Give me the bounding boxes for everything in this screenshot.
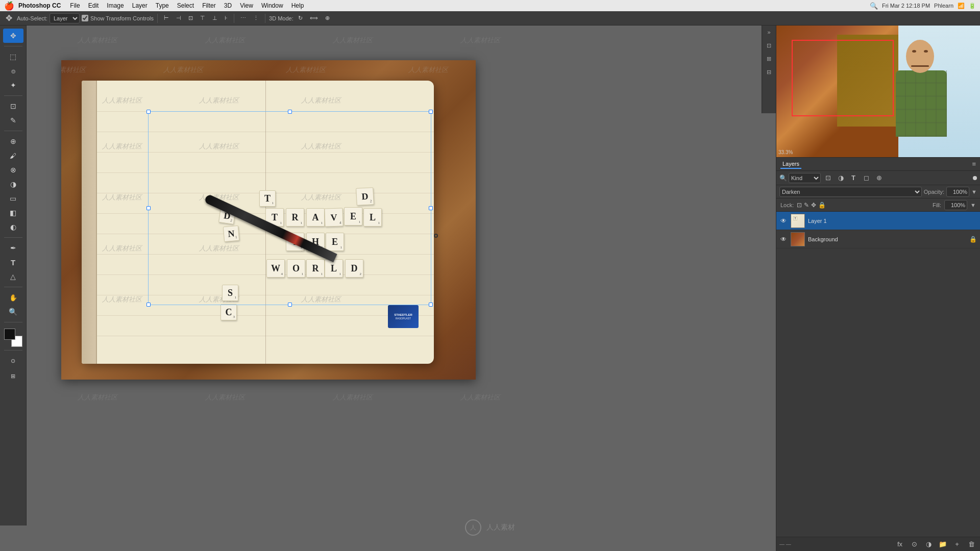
panel-icon-2[interactable]: ⊞ <box>764 53 775 64</box>
fill-arrow[interactable]: ▼ <box>970 202 976 208</box>
layer-1-name: Layer 1 <box>808 218 827 224</box>
align-left[interactable]: ⊢ <box>161 14 172 22</box>
menu-image[interactable]: Image <box>104 2 127 9</box>
tool-brush[interactable]: 🖌 <box>3 148 23 163</box>
tool-eyedropper[interactable]: ✎ <box>3 113 23 128</box>
navigator-thumbnail: 33.3% <box>776 24 980 157</box>
watermark-bottom: 人 人人素材 <box>465 519 515 536</box>
menu-layer[interactable]: Layer <box>129 2 151 9</box>
blend-mode-dropdown[interactable]: Darken Normal Multiply Screen Overlay So… <box>779 187 922 197</box>
tile-W-world: W4 <box>266 259 285 278</box>
add-adjustment-button[interactable]: ◑ <box>923 539 934 550</box>
lock-all-icon[interactable]: 🔒 <box>818 202 826 209</box>
tool-marquee[interactable]: ⬚ <box>3 49 23 64</box>
align-center-h[interactable]: ⊣ <box>174 14 184 22</box>
filter-shape-icon[interactable]: ◻ <box>861 172 872 184</box>
tool-eraser[interactable]: ▭ <box>3 191 23 206</box>
filter-adjustment-icon[interactable]: ◑ <box>835 172 846 184</box>
opacity-input[interactable] <box>946 187 969 197</box>
opacity-arrow[interactable]: ▼ <box>971 189 977 195</box>
layers-filter-bar: 🔍 Kind Name Effect Mode Attribute Color … <box>776 171 980 185</box>
lock-pixels-icon[interactable]: ✎ <box>804 202 809 209</box>
background-visibility-toggle[interactable]: 👁 <box>779 235 788 243</box>
show-transform-checkbox[interactable] <box>82 15 88 21</box>
align-right[interactable]: ⊡ <box>186 14 195 22</box>
tile-L-travel: L1 <box>363 208 382 227</box>
menu-3d[interactable]: 3D <box>221 2 235 9</box>
watermark-logo-circle: 人 <box>465 519 481 536</box>
tool-type[interactable]: T <box>3 255 23 269</box>
tool-heal[interactable]: ⊕ <box>3 134 23 148</box>
tile-E-travel: E1 <box>344 207 362 226</box>
layer-item-background[interactable]: 👁 Background 🔒 <box>776 230 980 248</box>
panel-arrow-icon[interactable]: » <box>764 27 775 38</box>
panel-icon-1[interactable]: ⊡ <box>764 40 775 51</box>
menu-help[interactable]: Help <box>288 2 307 9</box>
panel-icon-3[interactable]: ⊟ <box>764 66 775 78</box>
align-center-v[interactable]: ⊥ <box>210 14 220 22</box>
menu-select[interactable]: Select <box>174 2 197 9</box>
add-group-button[interactable]: 📁 <box>937 539 948 550</box>
filter-type-icon[interactable]: T <box>848 172 859 184</box>
filter-pixel-icon[interactable]: ⊡ <box>822 172 834 184</box>
tool-crop[interactable]: ⊡ <box>3 99 23 113</box>
menu-view[interactable]: View <box>237 2 256 9</box>
navigator-red-box[interactable] <box>792 40 894 116</box>
tool-lasso[interactable]: ⌾ <box>3 64 23 78</box>
color-swatches[interactable] <box>4 329 22 347</box>
tool-dodge[interactable]: ◐ <box>3 220 23 234</box>
align-top[interactable]: ⊤ <box>198 14 208 22</box>
filter-smart-icon[interactable]: ⊕ <box>873 172 885 184</box>
3d-zoom[interactable]: ⊕ <box>323 14 332 22</box>
tool-magic-wand[interactable]: ✦ <box>3 78 23 92</box>
menu-file[interactable]: File <box>67 2 83 9</box>
add-layer-button[interactable]: + <box>951 539 963 550</box>
quick-mask[interactable]: ⊙ <box>3 354 23 368</box>
tool-path-select[interactable]: △ <box>3 269 23 284</box>
watermark-gray-3: 人人素材社区 <box>333 36 373 45</box>
document-canvas[interactable]: 人人素材社区 人人素材社区 人人素材社区 人人素材社区 人人素材社区 人人素材社… <box>61 60 476 380</box>
background-layer-name: Background <box>808 236 838 242</box>
3d-pan[interactable]: ⟺ <box>307 14 321 22</box>
lock-transparent-icon[interactable]: ⊡ <box>797 202 802 209</box>
distribute-v[interactable]: ⋮ <box>251 14 261 22</box>
foreground-color-swatch[interactable] <box>4 329 15 340</box>
add-mask-button[interactable]: ⊙ <box>909 539 920 550</box>
filter-icon: 🔍 <box>779 174 787 182</box>
move-tool-options[interactable]: ✥ <box>3 12 15 24</box>
tool-gradient[interactable]: ◧ <box>3 206 23 220</box>
tool-pen[interactable]: ✒ <box>3 241 23 255</box>
tool-hand[interactable]: ✋ <box>3 290 23 305</box>
layer-1-visibility-toggle[interactable]: 👁 <box>779 217 788 225</box>
3d-rotate[interactable]: ↻ <box>296 14 305 22</box>
tool-history[interactable]: ◑ <box>3 177 23 191</box>
3d-mode-label: 3D Mode: <box>269 15 293 21</box>
menu-search-icon[interactable]: 🔍 <box>870 2 878 10</box>
tool-move[interactable]: ✥ <box>3 29 23 43</box>
apple-logo[interactable]: 🍎 <box>4 1 14 11</box>
align-bottom[interactable]: ⊦ <box>222 14 230 22</box>
nav-zoom: 33.3% <box>778 149 793 155</box>
tool-zoom[interactable]: 🔍 <box>3 305 23 319</box>
distribute-h[interactable]: ⋯ <box>238 14 249 22</box>
menu-filter[interactable]: Filter <box>199 2 219 9</box>
tile-T1: T1 <box>259 190 276 207</box>
layers-menu-icon[interactable]: ≡ <box>972 160 976 168</box>
screen-mode[interactable]: ⊞ <box>3 369 23 383</box>
watermark-gray-2: 人人素材社区 <box>205 36 245 45</box>
menu-type[interactable]: Type <box>153 2 172 9</box>
layers-kind-dropdown[interactable]: Kind Name Effect Mode Attribute Color <box>789 173 821 183</box>
layers-lock-bar: Lock: ⊡ ✎ ✥ 🔒 Fill: ▼ <box>776 198 980 212</box>
nav-person-head <box>906 40 934 73</box>
auto-select-dropdown[interactable]: Layer Group <box>50 13 80 23</box>
menu-edit[interactable]: Edit <box>85 2 102 9</box>
layer-item-1[interactable]: 👁 T Layer 1 <box>776 212 980 230</box>
fill-input[interactable] <box>944 200 967 210</box>
opacity-label: Opacity: <box>924 189 944 195</box>
lock-position-icon[interactable]: ✥ <box>811 202 816 209</box>
app-name: Photoshop CC <box>18 2 61 9</box>
fx-button[interactable]: fx <box>894 539 905 550</box>
menu-window[interactable]: Window <box>258 2 286 9</box>
delete-layer-button[interactable]: 🗑 <box>966 539 977 550</box>
tool-clone[interactable]: ⊗ <box>3 163 23 177</box>
